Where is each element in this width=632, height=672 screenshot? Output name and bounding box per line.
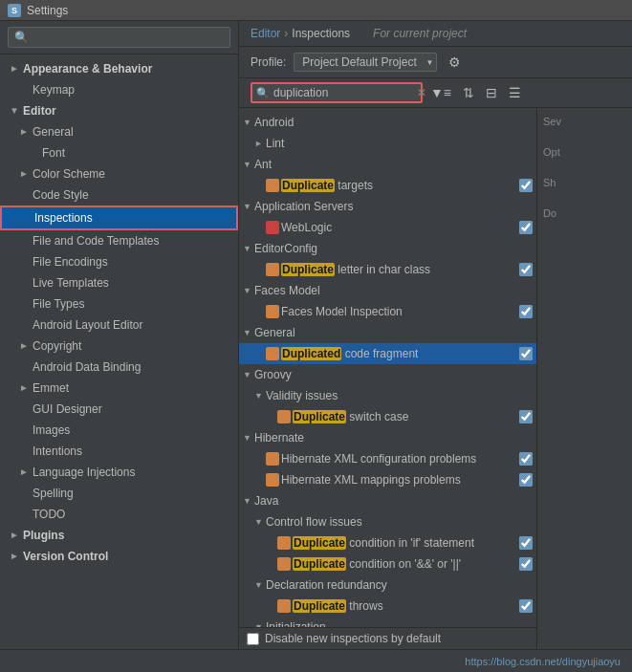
gear-button[interactable]: ⚙	[445, 53, 465, 72]
sidebar-item-color-scheme[interactable]: Color Scheme	[0, 163, 238, 184]
desc-options: Opt	[543, 146, 626, 158]
inspection-row[interactable]: Duplicate condition in 'if' statement	[239, 532, 536, 553]
insp-row-checkbox[interactable]	[519, 557, 533, 571]
sidebar-item-android-layout[interactable]: Android Layout Editor	[0, 314, 238, 336]
inspection-row[interactable]: Java	[239, 490, 536, 511]
inspection-row[interactable]: Android	[239, 112, 536, 133]
inspection-row[interactable]: Faces Model Inspection	[239, 301, 536, 322]
inspection-tree: AndroidLintAntDuplicate targetsApplicati…	[239, 108, 536, 627]
severity-swatch	[266, 221, 279, 234]
insp-row-checkbox[interactable]	[519, 305, 533, 318]
desc-shortcut: Sh	[543, 177, 626, 188]
filter-input-wrap[interactable]: 🔍 ✕	[251, 82, 423, 103]
insp-row-checkbox[interactable]	[519, 473, 533, 487]
inspection-row[interactable]: Ant	[239, 154, 536, 175]
sidebar-item-emmet[interactable]: Emmet	[0, 378, 238, 399]
tree-arrow-emmet	[19, 379, 31, 397]
sidebar-item-label-todo: TODO	[33, 506, 65, 523]
inspection-row[interactable]: Duplicate letter in char class	[239, 259, 536, 280]
inspection-row[interactable]: Lint	[239, 133, 536, 154]
inspection-row[interactable]: WebLogic	[239, 217, 536, 238]
insp-row-checkbox[interactable]	[519, 221, 533, 234]
breadcrumb-project: For current project	[373, 27, 467, 40]
desc-severity: Sev	[543, 116, 626, 127]
sidebar-item-inspections[interactable]: Inspections	[0, 206, 238, 230]
inspection-row[interactable]: Duplicated code fragment	[239, 343, 536, 364]
insp-row-arrow	[243, 198, 254, 215]
profile-select-wrap[interactable]: Project Default Project	[294, 53, 437, 72]
inspection-row[interactable]: Duplicate condition on '&&' or '||'	[239, 553, 536, 574]
sidebar-item-todo[interactable]: TODO	[0, 504, 238, 525]
insp-row-checkbox[interactable]	[519, 536, 533, 550]
insp-row-arrow	[243, 114, 254, 131]
sidebar-item-lang-injections[interactable]: Language Injections	[0, 462, 238, 483]
inspection-row[interactable]: Hibernate	[239, 427, 536, 448]
inspection-row[interactable]: Application Servers	[239, 196, 536, 217]
insp-row-text: Duplicate letter in char class	[281, 261, 517, 278]
filter-button[interactable]: ▼≡	[426, 83, 455, 102]
sidebar-item-code-style[interactable]: Code Style	[0, 184, 238, 206]
inspection-row[interactable]: Duplicate switch case	[239, 406, 536, 427]
severity-swatch	[266, 179, 279, 192]
sidebar-search-input[interactable]	[8, 27, 230, 48]
severity-swatch	[277, 536, 291, 550]
tree-arrow-editor	[10, 102, 21, 119]
sidebar-item-spelling[interactable]: Spelling	[0, 483, 238, 504]
sidebar-search-box[interactable]	[0, 21, 238, 54]
sidebar-item-font[interactable]: Font	[0, 142, 238, 163]
insp-row-checkbox[interactable]	[519, 179, 533, 192]
sidebar-item-label-code-style: Code Style	[33, 186, 89, 204]
sidebar-tree: Appearance & BehaviorKeymapEditorGeneral…	[0, 54, 238, 571]
profile-row: Profile: Project Default Project ⚙	[239, 47, 632, 78]
inspection-row[interactable]: EditorConfig	[239, 238, 536, 259]
inspection-row[interactable]: Hibernate XML configuration problems	[239, 448, 536, 469]
sidebar-item-editor[interactable]: Editor	[0, 100, 238, 121]
inspection-row[interactable]: Declaration redundancy	[239, 574, 536, 596]
expand-all-button[interactable]: ⇅	[459, 83, 478, 102]
insp-row-arrow	[254, 135, 266, 152]
disable-new-inspections-checkbox[interactable]	[247, 633, 259, 645]
sidebar-item-gui-designer[interactable]: GUI Designer	[0, 399, 238, 420]
sidebar-item-file-and-code[interactable]: File and Code Templates	[0, 230, 238, 251]
inspection-row[interactable]: Groovy	[239, 364, 536, 385]
sidebar-item-keymap[interactable]: Keymap	[0, 79, 238, 100]
insp-row-checkbox[interactable]	[519, 347, 533, 360]
sidebar-item-copyright[interactable]: Copyright	[0, 336, 238, 357]
inspection-row[interactable]: Faces Model	[239, 280, 536, 301]
inspection-row[interactable]: Duplicate throws	[239, 596, 536, 617]
insp-row-text: Java	[254, 492, 533, 509]
insp-row-text: General	[254, 324, 533, 341]
filter-input[interactable]	[273, 86, 417, 99]
inspection-row[interactable]: Hibernate XML mappings problems	[239, 469, 536, 490]
inspection-row[interactable]: Duplicate targets	[239, 175, 536, 196]
breadcrumb-arrow: ›	[284, 27, 288, 40]
sidebar-item-plugins[interactable]: Plugins	[0, 525, 238, 546]
sidebar-item-label-file-and-code: File and Code Templates	[33, 232, 160, 249]
insp-row-checkbox[interactable]	[519, 599, 533, 613]
profile-select[interactable]: Project Default Project	[294, 53, 437, 72]
inspection-row[interactable]: Initialization	[239, 617, 536, 627]
bottom-checkbox-row[interactable]: Disable new inspections by default	[239, 627, 536, 649]
sidebar-item-android-data[interactable]: Android Data Binding	[0, 357, 238, 378]
insp-row-arrow	[243, 429, 254, 446]
sidebar-item-file-types[interactable]: File Types	[0, 293, 238, 314]
collapse-all-button[interactable]: ⊟	[482, 83, 501, 102]
sidebar-item-version-control[interactable]: Version Control	[0, 546, 238, 567]
insp-row-checkbox[interactable]	[519, 410, 533, 423]
sidebar-item-appearance[interactable]: Appearance & Behavior	[0, 58, 238, 79]
sidebar-item-intentions[interactable]: Intentions	[0, 441, 238, 462]
insp-row-text: Hibernate XML mappings problems	[281, 471, 517, 488]
sidebar-item-live-templates[interactable]: Live Templates	[0, 272, 238, 293]
inspection-row[interactable]: Control flow issues	[239, 511, 536, 532]
sidebar-item-general[interactable]: General	[0, 121, 238, 142]
sidebar-item-images[interactable]: Images	[0, 420, 238, 441]
app-icon: S	[8, 4, 21, 17]
filter-search-icon: 🔍	[256, 87, 270, 99]
sidebar-item-file-encodings[interactable]: File Encodings	[0, 251, 238, 272]
insp-row-checkbox[interactable]	[519, 263, 533, 276]
filter-clear-icon[interactable]: ✕	[417, 86, 426, 99]
more-options-button[interactable]: ☰	[505, 83, 525, 102]
inspection-row[interactable]: Validity issues	[239, 385, 536, 406]
insp-row-checkbox[interactable]	[519, 452, 533, 466]
inspection-row[interactable]: General	[239, 322, 536, 343]
